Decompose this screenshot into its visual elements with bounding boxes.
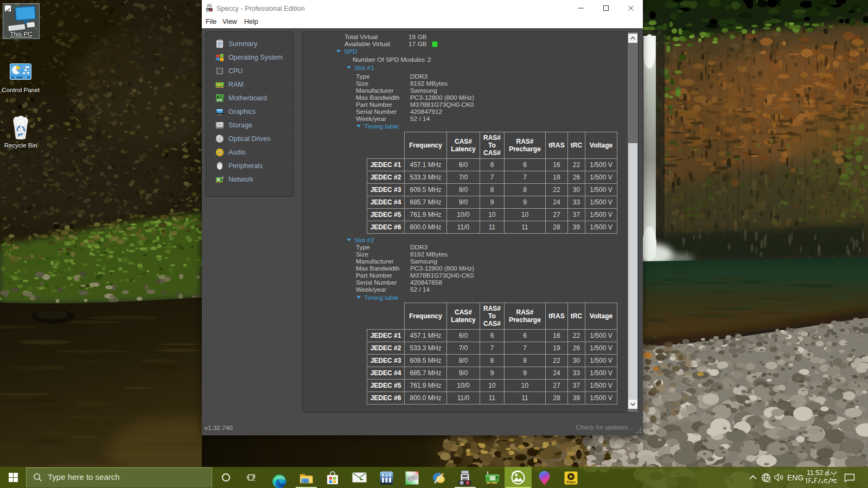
svg-text:Player: Player: [566, 480, 576, 484]
